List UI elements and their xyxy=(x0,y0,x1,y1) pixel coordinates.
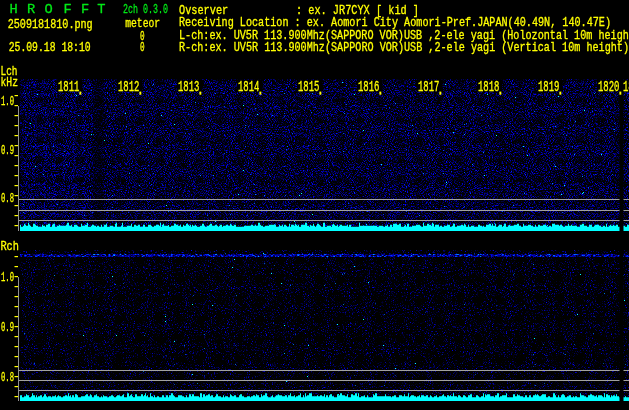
svg-text:0.8: 0.8 xyxy=(1,192,14,206)
svg-text:2509181810.png: 2509181810.png xyxy=(8,18,93,32)
svg-text:R-ch:ex. UV5R 113.900Mhz(SAPPO: R-ch:ex. UV5R 113.900Mhz(SAPPORO VOR)USB… xyxy=(179,41,629,55)
svg-text:1.0: 1.0 xyxy=(1,271,14,285)
svg-text:2ch 0.3.0: 2ch 0.3.0 xyxy=(123,3,168,17)
svg-text:meteor: meteor xyxy=(125,17,160,31)
svg-text:0: 0 xyxy=(140,41,145,55)
svg-text:1.0: 1.0 xyxy=(1,95,14,109)
svg-text:1814: 1814 xyxy=(238,79,260,95)
svg-text:O: O xyxy=(45,2,53,17)
svg-text:1819: 1819 xyxy=(538,79,560,95)
svg-text:0.9: 0.9 xyxy=(1,321,14,335)
svg-text:0.9: 0.9 xyxy=(1,144,14,158)
svg-text:1821: 1821 xyxy=(623,79,629,95)
svg-text:kHz: kHz xyxy=(1,76,19,90)
svg-text:Rch: Rch xyxy=(0,240,19,254)
svg-text:1811: 1811 xyxy=(58,79,80,95)
svg-text:1815: 1815 xyxy=(298,79,320,95)
svg-text:1813: 1813 xyxy=(178,79,200,95)
svg-text:1817: 1817 xyxy=(418,79,440,95)
svg-text:T: T xyxy=(97,2,105,17)
svg-text:1820: 1820 xyxy=(598,79,620,95)
svg-text:0.8: 0.8 xyxy=(1,371,14,385)
svg-text:F: F xyxy=(81,2,89,17)
svg-text:1812: 1812 xyxy=(118,79,140,95)
svg-text:1816: 1816 xyxy=(358,79,380,95)
svg-text:R: R xyxy=(27,2,35,17)
svg-text:F: F xyxy=(64,2,72,17)
svg-text:1818: 1818 xyxy=(478,79,500,95)
svg-text:25.09.18 18:10: 25.09.18 18:10 xyxy=(9,41,91,55)
svg-text:H: H xyxy=(10,2,18,17)
